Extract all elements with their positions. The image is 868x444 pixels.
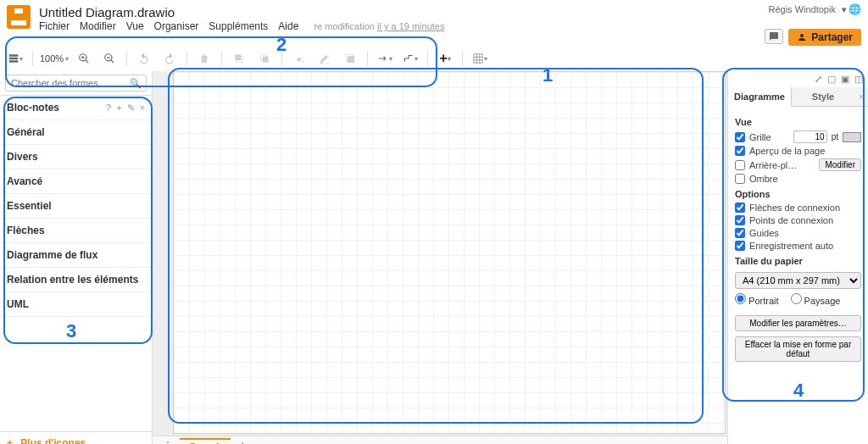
background-label: Arrière-pl… bbox=[749, 160, 815, 170]
waypoint-icon[interactable]: ▾ bbox=[400, 49, 420, 68]
page-tab-1[interactable]: Page-1 bbox=[180, 438, 231, 445]
scratchpad-add-icon[interactable]: + bbox=[116, 103, 121, 114]
category-basic[interactable]: Essentiel bbox=[0, 194, 152, 219]
titlebar: Untitled Diagram.drawio Fichier Modifier… bbox=[0, 0, 868, 46]
insert-icon[interactable]: +▾ bbox=[435, 49, 455, 68]
redo-icon[interactable] bbox=[159, 49, 180, 68]
guides-checkbox[interactable] bbox=[735, 228, 745, 238]
zoom-out-icon[interactable] bbox=[99, 49, 120, 68]
toolbar: ▾ 100%▾ ▾ ▾ +▾ ▾ bbox=[0, 46, 868, 71]
undo-icon[interactable] bbox=[134, 49, 154, 68]
menu-help[interactable]: Aide bbox=[278, 20, 298, 32]
shadow-checkbox[interactable] bbox=[735, 174, 745, 184]
background-checkbox[interactable] bbox=[735, 160, 745, 170]
svg-rect-2 bbox=[263, 57, 269, 63]
category-misc[interactable]: Divers bbox=[0, 145, 152, 169]
shape-categories: Bloc-notes ? + ✎ × Général Divers Avancé… bbox=[0, 96, 152, 431]
shapes-search-input[interactable] bbox=[5, 75, 147, 92]
scratchpad-help-icon[interactable]: ? bbox=[106, 103, 111, 114]
fullscreen-icon[interactable]: ⤢ bbox=[815, 74, 822, 85]
autosave-checkbox[interactable] bbox=[735, 241, 745, 251]
format-toggle-icon[interactable]: ◫ bbox=[854, 74, 863, 85]
drawing-canvas[interactable] bbox=[173, 71, 726, 434]
category-er[interactable]: Relation entre les éléments bbox=[0, 268, 152, 292]
document-title[interactable]: Untitled Diagram.drawio bbox=[39, 3, 765, 20]
paper-size-select[interactable]: A4 (210 mm x 297 mm) bbox=[735, 272, 861, 289]
pageview-checkbox[interactable] bbox=[735, 146, 745, 156]
outline-icon[interactable]: ▣ bbox=[841, 74, 849, 85]
section-options: Options bbox=[735, 189, 861, 199]
tab-diagram[interactable]: Diagramme bbox=[728, 87, 792, 107]
svg-rect-0 bbox=[235, 54, 241, 60]
line-color-icon[interactable] bbox=[314, 49, 335, 68]
conn-arrows-checkbox[interactable] bbox=[735, 203, 745, 213]
menu-view[interactable]: Vue bbox=[126, 20, 144, 32]
shadow-icon[interactable] bbox=[340, 49, 360, 68]
grid-label: Grille bbox=[749, 132, 789, 142]
search-icon: 🔍 bbox=[130, 78, 142, 89]
section-paper: Taille du papier bbox=[735, 256, 861, 266]
svg-rect-5 bbox=[348, 56, 354, 63]
format-panel: ⤢ ▢ ▣ ◫ Diagramme Style × Vue Grille pt … bbox=[727, 71, 868, 444]
category-general[interactable]: Général bbox=[0, 120, 152, 145]
background-modify-button[interactable]: Modifier bbox=[819, 158, 861, 171]
scratchpad-close-icon[interactable]: × bbox=[140, 103, 145, 114]
page-tabs: ⋮ Page-1 + bbox=[153, 436, 727, 444]
grid-size-input[interactable] bbox=[793, 130, 827, 143]
more-shapes-button[interactable]: + Plus d'icones… bbox=[0, 431, 152, 444]
user-name[interactable]: Régis Windtopik ▾ 🌐 bbox=[768, 3, 861, 15]
app-logo bbox=[7, 5, 31, 29]
tab-style[interactable]: Style bbox=[792, 87, 854, 106]
shapes-sidebar: 🔍 Bloc-notes ? + ✎ × Général Divers Avan… bbox=[0, 71, 153, 444]
menu-edit[interactable]: Modifier bbox=[80, 20, 116, 32]
to-front-icon[interactable] bbox=[229, 49, 249, 68]
share-button[interactable]: Partager bbox=[788, 29, 861, 46]
conn-points-checkbox[interactable] bbox=[735, 215, 745, 225]
category-scratchpad[interactable]: Bloc-notes ? + ✎ × bbox=[0, 96, 152, 120]
delete-icon[interactable] bbox=[194, 49, 214, 68]
last-modified[interactable]: re modification il y a 19 minutes bbox=[314, 21, 444, 31]
clear-format-button[interactable]: Effacer la mise en forme par défaut bbox=[735, 336, 861, 362]
category-arrows[interactable]: Flèches bbox=[0, 219, 152, 243]
section-view: Vue bbox=[735, 117, 861, 127]
close-format-icon[interactable]: × bbox=[854, 87, 868, 106]
menu-file[interactable]: Fichier bbox=[39, 20, 70, 32]
menu-arrange[interactable]: Organiser bbox=[154, 20, 199, 32]
menubar: Fichier Modifier Vue Organiser Supplémen… bbox=[39, 20, 765, 32]
menu-extras[interactable]: Suppléments bbox=[209, 20, 268, 32]
globe-icon[interactable]: 🌐 bbox=[849, 3, 861, 15]
scratchpad-edit-icon[interactable]: ✎ bbox=[127, 103, 135, 114]
category-uml[interactable]: UML bbox=[0, 292, 152, 317]
fill-color-icon[interactable] bbox=[289, 49, 309, 68]
portrait-radio[interactable]: Portrait bbox=[735, 293, 779, 306]
canvas-area: ⋮ Page-1 + bbox=[153, 71, 727, 444]
grid-checkbox[interactable] bbox=[735, 132, 745, 142]
table-icon[interactable]: ▾ bbox=[470, 49, 490, 68]
reset-view-icon[interactable]: ▢ bbox=[827, 74, 836, 85]
landscape-radio[interactable]: Paysage bbox=[791, 293, 841, 306]
connection-icon[interactable]: ▾ bbox=[375, 49, 395, 68]
category-flowchart[interactable]: Diagramme de flux bbox=[0, 243, 152, 268]
edit-params-button[interactable]: Modifier les paramètres… bbox=[735, 315, 861, 331]
category-advanced[interactable]: Avancé bbox=[0, 169, 152, 194]
zoom-in-icon[interactable] bbox=[74, 49, 94, 68]
pageview-label: Aperçu de la page bbox=[749, 146, 861, 156]
shadow-label: Ombre bbox=[749, 174, 861, 184]
zoom-select[interactable]: 100%▾ bbox=[40, 53, 69, 64]
comments-button[interactable] bbox=[765, 29, 783, 44]
page-menu-icon[interactable]: ⋮ bbox=[158, 440, 178, 445]
add-page-button[interactable]: + bbox=[232, 439, 253, 445]
sidebar-toggle-icon[interactable]: ▾ bbox=[5, 49, 25, 68]
to-back-icon[interactable] bbox=[254, 49, 275, 68]
grid-color-swatch[interactable] bbox=[843, 132, 861, 142]
